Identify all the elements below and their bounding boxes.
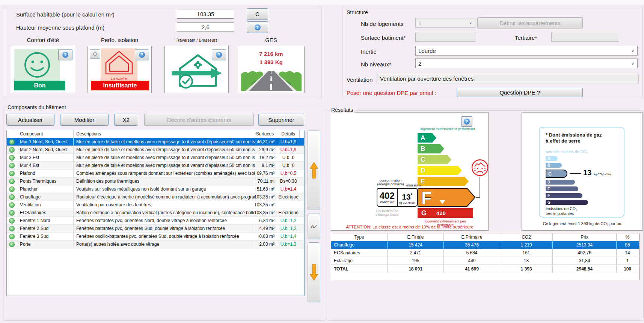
hauteur-help-button[interactable]: ? [247,21,268,33]
ges-pointer-line [570,173,581,174]
component-description: Ballon électrique à accumulation vertica… [74,209,255,216]
component-detail: U.b=1,9 [277,138,300,146]
composants-table: Composant Descriptions Surfaces Détails … [6,130,305,296]
component-status-cell: ✓ [7,193,17,201]
result-cell: ECSanitaires [331,249,388,257]
component-name: Mur 2 Nord, Sud, Ouest [17,146,74,153]
dpe-current-class-letter: F [421,189,431,207]
result-row[interactable]: ECSanitaires2 4715 684161402,7614 [331,249,639,257]
result-cell: 5 684 [444,249,500,257]
actualiser-button[interactable]: Actualiser [6,114,54,126]
component-status-cell: ✓ [7,233,17,240]
confort-fill [14,49,60,81]
component-surface: 103,35 m² [255,193,277,201]
question-dpe-button[interactable]: Question DPE ? [457,88,583,97]
surface-panel: Surface habitable (pour le calcul en m²)… [4,6,322,99]
component-row[interactable]: ✓ChauffageRadiateur électrique à inertie… [7,193,304,201]
component-status-cell: ✓ [7,209,17,216]
isolation-help-button[interactable]: ? [135,49,149,60]
surface-batiment-input[interactable] [415,32,475,42]
valid-check-icon: ✓ [9,210,15,216]
arrow-down-icon [310,264,318,281]
move-up-button[interactable] [308,131,320,210]
component-description: Fenêtres battantes pvc, orientées Sud, d… [74,225,255,232]
component-row[interactable]: ✓Ponts ThermiquesDéfinition des ponts th… [7,177,304,185]
component-row[interactable]: ✓Fenêtre 1 NordFenêtres battantes pvc, o… [7,217,304,225]
sort-az-button[interactable]: AZ [308,213,320,239]
component-row[interactable]: ✓PlafondCombles aménagés sous rampants d… [7,170,304,177]
dpe-class-bar-e: E [418,177,469,186]
gear-icon: ⚙ [93,51,98,57]
ges-value-unit: kg CO₂/m²/an [594,173,618,176]
hauteur-plafond-input[interactable]: 2,6 [177,22,234,32]
result-row[interactable]: TOTAL18 09141 6091 3932948,54100 [331,265,639,273]
valid-check-icon: ✓ [9,218,15,224]
component-description: Ventilation par ouverture des fenêtres [74,201,255,209]
definir-appartements-button[interactable]: Définir les appartements [477,17,583,29]
valid-check-icon: ✓ [9,202,15,208]
isolation-u-value: 1,4 W/m².K [101,77,137,81]
component-detail: U.b=1,4 [277,233,300,240]
surface-habitable-input[interactable]: 103.35 [177,9,234,19]
x2-button[interactable]: X2 [114,114,138,126]
component-row[interactable]: ✓Mur 2 Nord, Sud, OuestMur en pierre de … [7,146,304,154]
composants-title: Composants du bâtiment [6,104,68,110]
component-row[interactable]: ✓PlancherVoutains sur solives métallique… [7,185,304,193]
inertie-select[interactable]: Lourde ∨ [415,46,638,56]
result-cell: 195 [388,257,444,264]
supprimer-button[interactable]: Supprimer [258,114,304,126]
component-row[interactable]: ✓ECSanitairesBallon électrique à accumul… [7,209,304,217]
confort-help-button[interactable]: ? [58,49,72,60]
dpe-help-button[interactable]: ? [461,116,472,127]
component-surface: 9,1 m² [255,162,277,169]
isolation-settings-button[interactable]: ⚙ [90,49,100,59]
ges-footer-text: Ce logement émet 1 393 kg de CO₂ par an [522,221,642,226]
valid-check-icon: ✓ [9,139,15,145]
nb-niveaux-select[interactable]: 2 ∨ [415,59,638,68]
component-row[interactable]: ✓Fenêtre 2 SudFenêtres battantes pvc, or… [7,225,304,233]
component-surface: 69,76 m² [255,170,277,177]
ventilation-field: Ventilation par ouverture des fenêtres [377,74,639,83]
component-status-cell: ✓ [7,240,17,248]
component-name: Ponts Thermiques [17,177,74,185]
component-row[interactable]: ✓Mur 4 EstMur en pierre de taille et moe… [7,162,304,170]
nb-logements-select[interactable]: 1 ∨ [415,18,475,28]
component-description: Fenêtres oscillo-battantes pvc, orientée… [74,233,255,240]
component-row[interactable]: ✓VentilationVentilation par ouverture de… [7,201,304,209]
component-row[interactable]: ✓Mur 3 EstMur en pierre de taille et moe… [7,154,304,162]
dpe-top-caption: logement extrêmement performant [416,127,480,131]
tertiaire-input[interactable] [551,32,619,42]
component-row[interactable]: ✓Fenêtre 3 SudFenêtres oscillo-battantes… [7,233,304,240]
header-details: Détails [277,130,300,138]
result-row[interactable]: Eclairage1954491331,841 [331,257,639,265]
modifier-button[interactable]: Modifier [60,114,109,126]
header-icon-col [7,130,17,138]
result-row[interactable]: Chauffage15 42435 4761 2192513,9485 [331,241,639,249]
component-row[interactable]: ✓PortePorte(s) autres isolée avec double… [7,240,304,248]
dpe-value-box: 402 kWh/m²/an 13* kg CO₂/m²/an [377,188,418,207]
component-row[interactable]: ✓Mur 1 Nord, Sud, OuestMur en pierre de … [7,138,304,146]
decrire-elements-button[interactable]: Décrire d'autres éléments [144,114,254,126]
sad-house-icon [471,159,489,177]
dpe-consumption-label: consommation (énergie primaire) [373,179,408,186]
move-down-button[interactable] [308,242,320,302]
traversant-help-button[interactable]: ? [212,49,226,60]
ges-title: GES [238,37,305,43]
perfo-isolation-title: Perfo. isolation [87,37,152,43]
component-status-cell: ✓ [7,138,17,146]
chevron-down-icon: ∨ [469,21,472,26]
help-icon: ? [62,52,68,58]
house-outline-icon [101,48,137,75]
ges-top-caption: peu d'émissions de CO₂ [546,149,588,154]
nb-logements-label: Nb de logements [361,21,403,27]
result-cell: 31,84 [553,257,617,264]
composants-table-header: Composant Descriptions Surfaces Détails [7,130,304,138]
component-name: Mur 3 Est [17,154,74,161]
result-cell: 41 609 [444,265,500,273]
component-status-cell: ✓ [7,162,17,169]
clear-button[interactable]: C [247,8,268,20]
component-surface: 18,2 m² [255,154,277,161]
result-header-eprimaire: E.Primaire [444,233,500,241]
help-icon: ? [255,24,261,30]
component-detail [277,201,300,209]
